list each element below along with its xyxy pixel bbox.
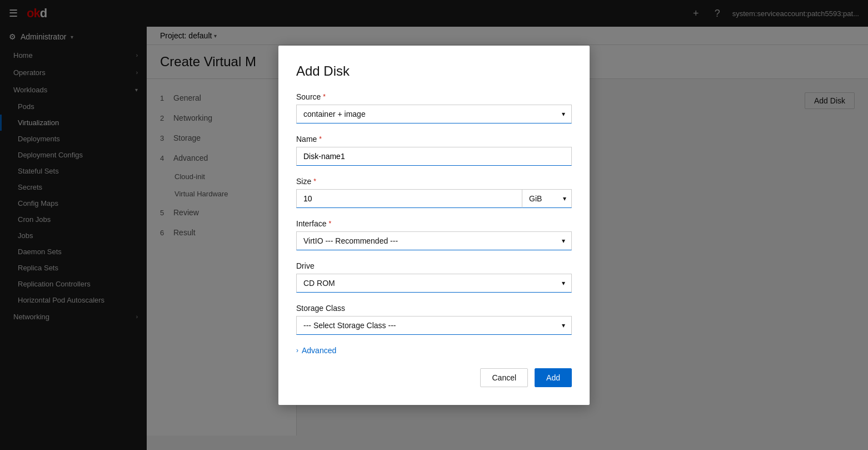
source-field-group: Source * container + image blank url pvc… — [296, 92, 572, 123]
advanced-chevron-icon: › — [296, 347, 298, 354]
add-button[interactable]: Add — [535, 368, 572, 387]
interface-label: Interface * — [296, 219, 572, 228]
size-field-group: Size * GiB MiB TiB ▾ — [296, 177, 572, 208]
modal-actions: Cancel Add — [296, 368, 572, 387]
size-row: GiB MiB TiB ▾ — [296, 189, 572, 208]
storage-class-field-group: Storage Class --- Select Storage Class -… — [296, 304, 572, 335]
storage-class-select-wrapper: --- Select Storage Class --- ▾ — [296, 316, 572, 335]
size-unit-select[interactable]: GiB MiB TiB — [522, 189, 572, 208]
size-required-indicator: * — [313, 177, 316, 185]
size-unit-wrapper: GiB MiB TiB ▾ — [522, 189, 572, 208]
source-label: Source * — [296, 92, 572, 101]
storage-class-select[interactable]: --- Select Storage Class --- — [296, 316, 572, 335]
add-disk-modal: Add Disk Source * container + image blan… — [278, 46, 590, 405]
advanced-label: Advanced — [302, 346, 336, 355]
drive-label: Drive — [296, 261, 572, 270]
name-input[interactable] — [296, 147, 572, 166]
source-select[interactable]: container + image blank url pvc — [296, 105, 572, 123]
drive-select[interactable]: CD ROM Disk LUN — [296, 274, 572, 293]
storage-class-label: Storage Class — [296, 304, 572, 313]
modal-overlay: Add Disk Source * container + image blan… — [0, 0, 868, 450]
interface-field-group: Interface * VirtIO --- Recommended --- S… — [296, 219, 572, 250]
size-input[interactable] — [296, 189, 522, 208]
cancel-button[interactable]: Cancel — [480, 368, 528, 387]
name-field-group: Name * — [296, 135, 572, 166]
drive-field-group: Drive CD ROM Disk LUN ▾ — [296, 261, 572, 293]
source-required-indicator: * — [323, 93, 326, 101]
name-label: Name * — [296, 135, 572, 144]
source-select-wrapper: container + image blank url pvc ▾ — [296, 105, 572, 123]
size-label: Size * — [296, 177, 572, 186]
interface-select[interactable]: VirtIO --- Recommended --- SATA SCSI — [296, 231, 572, 250]
name-required-indicator: * — [319, 135, 322, 143]
interface-select-wrapper: VirtIO --- Recommended --- SATA SCSI ▾ — [296, 231, 572, 250]
interface-required-indicator: * — [328, 220, 331, 228]
modal-title: Add Disk — [296, 63, 572, 79]
drive-select-wrapper: CD ROM Disk LUN ▾ — [296, 274, 572, 293]
advanced-toggle[interactable]: › Advanced — [296, 346, 572, 355]
